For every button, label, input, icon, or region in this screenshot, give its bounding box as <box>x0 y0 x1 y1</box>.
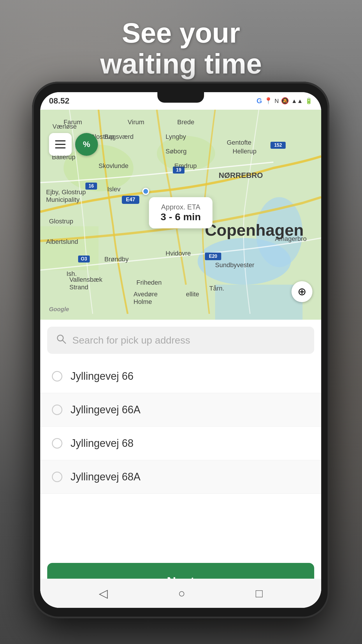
address-text-0: Jyllingevej 66 <box>71 370 133 382</box>
map-label-soborg: Søborg <box>166 148 187 155</box>
map-label-brede: Brede <box>177 118 194 126</box>
hamburger-line-3 <box>55 147 66 148</box>
menu-button[interactable] <box>49 133 72 156</box>
location-icon: ⊕ <box>298 286 306 298</box>
radio-2[interactable] <box>52 438 62 449</box>
map-label-ejby: Ejby, GlostrupMunicipality <box>46 188 86 204</box>
map-pin <box>142 188 149 195</box>
phone-screen: 08.52 G 📍 N 🔕 ▲▲ 🔋 <box>40 92 321 608</box>
discount-text: % <box>83 140 90 149</box>
hero-title: See your waiting time <box>0 18 362 79</box>
google-logo: Google <box>49 306 69 313</box>
map-label-virum: Virum <box>128 118 144 126</box>
address-item-3[interactable]: Jyllingevej 68A <box>40 460 321 494</box>
map-label-albertslund: Albertslund <box>46 238 78 246</box>
hamburger-line-2 <box>55 144 66 145</box>
google-status-icon: G <box>256 97 262 105</box>
address-item-1[interactable]: Jyllingevej 66A <box>40 393 321 427</box>
phone-frame: 08.52 G 📍 N 🔕 ▲▲ 🔋 <box>32 82 329 618</box>
eta-label: Approx. ETA <box>161 203 201 211</box>
hero-title-line2: waiting time <box>0 48 362 79</box>
address-list: Jyllingevej 66 Jyllingevej 66A Jyllingev… <box>40 360 321 563</box>
map-label-emdrup: Emdrup <box>174 162 197 170</box>
status-time: 08.52 <box>49 96 69 106</box>
radio-0[interactable] <box>52 371 62 382</box>
search-placeholder: Search for pick up address <box>72 335 190 346</box>
location-status-icon: 📍 <box>264 97 272 105</box>
svg-text:16: 16 <box>89 183 94 188</box>
svg-text:152: 152 <box>274 143 282 148</box>
eta-time: 3 - 6 min <box>161 211 201 223</box>
radio-3[interactable] <box>52 472 62 482</box>
svg-rect-2 <box>215 285 303 320</box>
eta-panel: Approx. ETA 3 - 6 min <box>149 197 212 228</box>
bottom-panel: Search for pick up address Jyllingevej 6… <box>40 320 321 608</box>
map-label-hvidovre: Hvidovre <box>166 250 191 257</box>
map-label-skovlunde: Skovlunde <box>99 162 129 170</box>
map-label-vallensbaek: VallensbækStrand <box>69 276 102 291</box>
map-label-gentofte: Gentofte <box>227 139 251 146</box>
search-icon <box>56 334 66 347</box>
address-text-1: Jyllingevej 66A <box>71 404 140 416</box>
signal-status-icon: ▲▲ <box>291 98 303 104</box>
svg-rect-5 <box>40 226 99 270</box>
map-label-sundbyvester: Sundbyvester <box>215 261 254 269</box>
svg-text:O3: O3 <box>81 256 87 261</box>
discount-badge[interactable]: % <box>75 133 98 156</box>
map-label-hellerup: Hellerup <box>233 148 256 155</box>
map-label-islev: Islev <box>107 186 120 193</box>
map-label-ellite: ellite <box>186 290 199 298</box>
nav-back-icon[interactable]: ◁ <box>99 587 108 600</box>
sound-status-icon: 🔕 <box>281 97 289 105</box>
map-label-friheden: Friheden <box>136 279 162 286</box>
svg-text:E20: E20 <box>209 254 217 259</box>
bottom-nav: ◁ ○ □ <box>40 579 321 608</box>
nfc-status-icon: N <box>275 98 279 104</box>
search-box[interactable]: Search for pick up address <box>47 327 314 354</box>
map-label-glostrup: Glostrup <box>49 218 73 225</box>
map-label-lyngby: Lyngby <box>166 133 186 141</box>
nav-home-icon[interactable]: ○ <box>178 587 185 600</box>
map-label-norrebro: NØRREBRO <box>219 171 263 180</box>
address-item-0[interactable]: Jyllingevej 66 <box>40 360 321 393</box>
address-item-2[interactable]: Jyllingevej 68 <box>40 427 321 460</box>
location-button[interactable]: ⊕ <box>291 281 312 302</box>
address-text-3: Jyllingevej 68A <box>71 471 140 483</box>
svg-text:E47: E47 <box>126 197 135 202</box>
battery-status-icon: 🔋 <box>305 97 312 104</box>
phone-notch <box>157 92 204 103</box>
address-text-2: Jyllingevej 68 <box>71 437 133 449</box>
map-area: E47 16 19 E20 O3 152 Farum Virum <box>40 110 321 320</box>
map-label-taarnby: Tårn. <box>209 285 224 292</box>
svg-line-19 <box>62 340 66 343</box>
map-label-vaerlose: Værløse <box>52 123 77 130</box>
status-icons: G 📍 N 🔕 ▲▲ 🔋 <box>256 97 312 105</box>
map-label-brondby: Brøndby <box>104 256 129 263</box>
map-label-avedore: AvedøreHolme <box>133 290 158 306</box>
radio-1[interactable] <box>52 405 62 415</box>
nav-apps-icon[interactable]: □ <box>256 587 263 600</box>
hero-title-line1: See your <box>0 18 362 48</box>
hamburger-line-1 <box>55 140 66 141</box>
map-label-amagerbro: Amagerbro <box>275 235 307 243</box>
